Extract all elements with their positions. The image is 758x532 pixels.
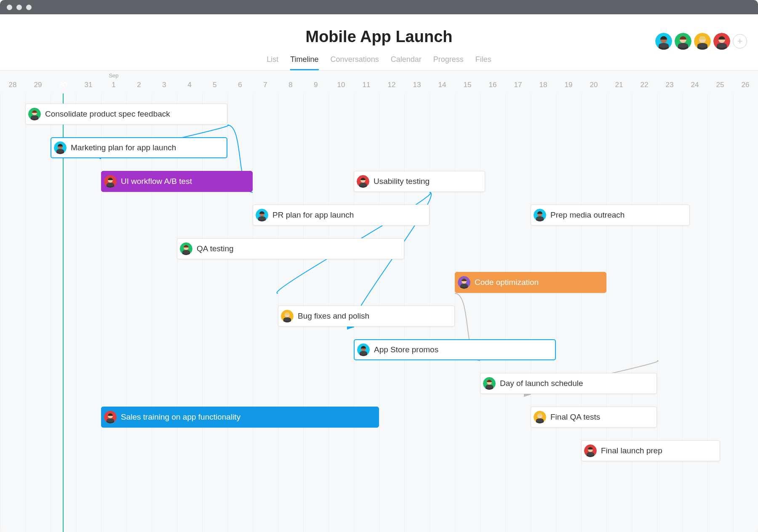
svg-point-35 bbox=[258, 216, 266, 220]
today-indicator-line bbox=[63, 93, 64, 532]
date-column: 9 bbox=[303, 71, 328, 93]
task-card[interactable]: PR plan for app launch bbox=[253, 205, 430, 226]
date-column: 21 bbox=[606, 71, 632, 93]
month-label: Sep bbox=[109, 72, 118, 79]
svg-point-51 bbox=[283, 317, 291, 321]
task-card[interactable]: Code optimization bbox=[455, 272, 606, 293]
date-column: 3 bbox=[152, 71, 177, 93]
date-column: 7 bbox=[253, 71, 278, 93]
task-card[interactable]: Day of launch schedule bbox=[480, 373, 657, 394]
window-maximize-icon[interactable] bbox=[26, 5, 32, 10]
date-number: 26 bbox=[742, 81, 750, 89]
svg-point-43 bbox=[182, 250, 190, 254]
svg-point-19 bbox=[31, 115, 38, 119]
window-close-icon[interactable] bbox=[7, 5, 12, 10]
date-column: 25 bbox=[707, 71, 733, 93]
date-number: 13 bbox=[413, 81, 421, 89]
date-column: 13 bbox=[404, 71, 430, 93]
svg-point-7 bbox=[678, 43, 688, 48]
tab-progress[interactable]: Progress bbox=[433, 55, 464, 70]
timeline-view[interactable]: 28293031Sep12345678910111213141516171819… bbox=[0, 71, 758, 532]
date-column: Sep1 bbox=[101, 71, 126, 93]
assignee-avatar bbox=[357, 175, 369, 188]
date-number: 25 bbox=[716, 81, 724, 89]
date-column: 26 bbox=[733, 71, 758, 93]
svg-point-23 bbox=[56, 149, 64, 153]
date-number: 21 bbox=[615, 81, 623, 89]
date-column: 10 bbox=[328, 71, 354, 93]
window-minimize-icon[interactable] bbox=[16, 5, 22, 10]
task-label: Marketing plan for app launch bbox=[71, 143, 176, 152]
assignee-avatar bbox=[54, 141, 67, 154]
task-card[interactable]: QA testing bbox=[177, 238, 404, 259]
date-number: 7 bbox=[263, 81, 267, 89]
date-number: 3 bbox=[162, 81, 166, 89]
member-avatar[interactable] bbox=[675, 33, 691, 50]
task-card[interactable]: Final QA tests bbox=[531, 407, 657, 428]
assignee-avatar bbox=[458, 276, 470, 289]
task-card[interactable]: App Store promos bbox=[354, 339, 556, 360]
assignee-avatar bbox=[104, 175, 117, 188]
date-column: 18 bbox=[531, 71, 556, 93]
date-number: 28 bbox=[9, 81, 17, 89]
task-card[interactable]: Bug fixes and polish bbox=[278, 306, 455, 327]
svg-point-39 bbox=[536, 216, 544, 220]
date-column: 28 bbox=[0, 71, 25, 93]
task-label: App Store promos bbox=[374, 345, 438, 354]
date-number: 20 bbox=[590, 81, 598, 89]
task-label: Prep media outreach bbox=[550, 210, 625, 220]
date-column: 8 bbox=[278, 71, 303, 93]
date-column: 16 bbox=[480, 71, 505, 93]
task-label: PR plan for app launch bbox=[272, 210, 354, 220]
date-column: 14 bbox=[430, 71, 455, 93]
member-avatar[interactable] bbox=[713, 33, 730, 50]
add-member-button[interactable]: + bbox=[733, 34, 747, 48]
task-label: Day of launch schedule bbox=[500, 379, 583, 388]
date-number: 15 bbox=[464, 81, 472, 89]
date-number: 14 bbox=[438, 81, 446, 89]
date-column: 12 bbox=[379, 71, 404, 93]
timeline-tasks: Consolidate product spec feedbackMarketi… bbox=[0, 93, 758, 532]
svg-point-47 bbox=[460, 284, 468, 287]
date-number: 22 bbox=[641, 81, 649, 89]
app-window: Mobile App Launch + ListTimelineConversa… bbox=[0, 0, 758, 532]
member-avatar[interactable] bbox=[694, 33, 711, 50]
assignee-avatar bbox=[256, 209, 268, 221]
task-card[interactable]: UI workflow A/B test bbox=[101, 171, 253, 192]
project-title: Mobile App Launch bbox=[0, 28, 758, 46]
task-label: QA testing bbox=[197, 244, 234, 253]
task-card[interactable]: Final launch prep bbox=[581, 440, 720, 461]
task-label: Usability testing bbox=[374, 177, 430, 186]
task-label: Bug fixes and polish bbox=[298, 311, 369, 321]
date-column: 4 bbox=[177, 71, 202, 93]
date-number: 8 bbox=[288, 81, 292, 89]
svg-point-11 bbox=[697, 43, 707, 48]
tab-timeline[interactable]: Timeline bbox=[290, 55, 318, 70]
tab-calendar[interactable]: Calendar bbox=[391, 55, 422, 70]
date-number: 16 bbox=[489, 81, 497, 89]
assignee-avatar bbox=[281, 310, 294, 322]
assignee-avatar bbox=[584, 444, 597, 457]
date-number: 18 bbox=[539, 81, 547, 89]
date-column: 30 bbox=[51, 71, 76, 93]
date-number: 5 bbox=[213, 81, 216, 89]
tab-files[interactable]: Files bbox=[475, 55, 491, 70]
task-card[interactable]: Sales training on app functionality bbox=[101, 407, 379, 428]
date-number: 2 bbox=[137, 81, 141, 89]
svg-point-59 bbox=[486, 385, 493, 388]
tab-conversations[interactable]: Conversations bbox=[331, 55, 379, 70]
svg-point-27 bbox=[107, 183, 114, 186]
date-number: 30 bbox=[59, 81, 67, 89]
tab-list[interactable]: List bbox=[267, 55, 278, 70]
assignee-avatar bbox=[534, 411, 546, 423]
svg-point-15 bbox=[717, 43, 727, 48]
task-card[interactable]: Marketing plan for app launch bbox=[51, 137, 227, 158]
member-avatar[interactable] bbox=[655, 33, 672, 50]
task-card[interactable]: Usability testing bbox=[354, 171, 485, 192]
task-card[interactable]: Prep media outreach bbox=[531, 205, 690, 226]
date-column: 22 bbox=[632, 71, 657, 93]
task-card[interactable]: Consolidate product spec feedback bbox=[25, 104, 227, 125]
project-members: + bbox=[655, 33, 747, 50]
date-column: 31 bbox=[76, 71, 101, 93]
date-column: 6 bbox=[227, 71, 253, 93]
